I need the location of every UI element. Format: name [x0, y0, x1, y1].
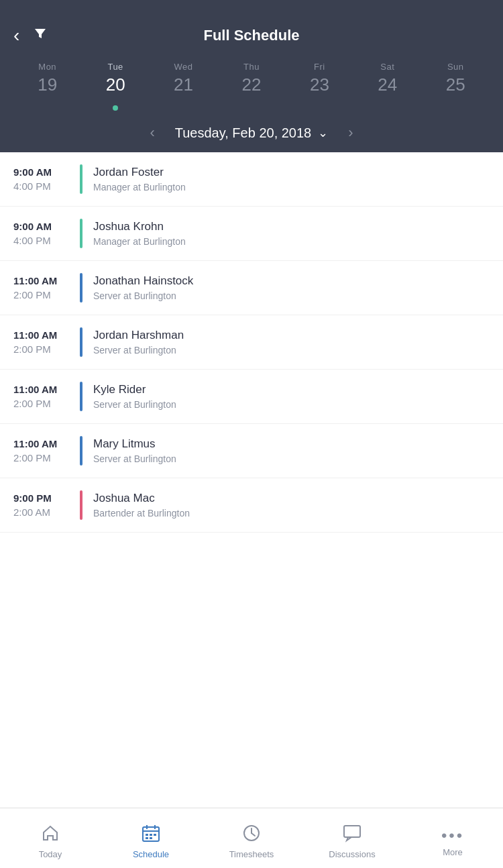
- person-name: Jonathan Hainstock: [93, 274, 193, 288]
- chat-icon: [342, 823, 362, 846]
- schedule-item[interactable]: 9:00 AM 4:00 PM Jordan Foster Manager at…: [0, 152, 503, 207]
- person-block: Jordan Harshman Server at Burlington: [93, 327, 184, 357]
- time-start: 11:00 AM: [13, 438, 77, 449]
- home-icon: [40, 823, 60, 846]
- person-name: Jordan Harshman: [93, 329, 184, 342]
- date-nav: ‹ Tuesday, Feb 20, 2018 ⌄ ›: [13, 115, 490, 152]
- shift-color-bar: [80, 382, 82, 411]
- bottom-nav: Today Schedule Tim: [0, 808, 503, 868]
- day-col-sun[interactable]: Sun 25: [422, 62, 490, 99]
- person-name: Jordan Foster: [93, 166, 186, 179]
- shift-color-bar: [80, 436, 82, 466]
- day-dot-row: [13, 99, 490, 115]
- nav-timesheets[interactable]: Timesheets: [201, 808, 302, 868]
- nav-schedule-label: Schedule: [133, 849, 169, 859]
- time-end: 4:00 PM: [13, 180, 77, 192]
- time-end: 2:00 PM: [13, 398, 77, 409]
- active-dot: [113, 105, 118, 111]
- person-name: Mary Litmus: [93, 437, 176, 451]
- more-icon: •••: [441, 825, 464, 844]
- time-block: 11:00 AM 2:00 PM: [13, 382, 77, 411]
- calendar-icon: [141, 823, 161, 846]
- time-end: 2:00 AM: [13, 506, 77, 518]
- person-block: Kyle Rider Server at Burlington: [93, 382, 176, 411]
- time-end: 2:00 PM: [13, 452, 77, 464]
- selected-date-label: Tuesday, Feb 20, 2018 ⌄: [175, 125, 328, 141]
- nav-schedule[interactable]: Schedule: [101, 808, 201, 868]
- nav-more[interactable]: ••• More: [402, 808, 503, 868]
- person-block: Jordan Foster Manager at Burlington: [93, 164, 186, 194]
- clock-icon: [241, 823, 262, 846]
- person-role: Bartender at Burlington: [93, 508, 190, 519]
- svg-line-11: [252, 833, 255, 836]
- person-block: Joshua Krohn Manager at Burlington: [93, 219, 186, 248]
- time-block: 9:00 PM 2:00 AM: [13, 490, 77, 520]
- person-role: Server at Burlington: [93, 453, 176, 464]
- back-button[interactable]: ‹: [13, 26, 19, 45]
- day-col-tue[interactable]: Tue 20: [81, 62, 149, 99]
- nav-discussions-label: Discussions: [329, 849, 375, 859]
- time-end: 2:00 PM: [13, 343, 77, 355]
- header-top: ‹ Full Schedule: [13, 27, 490, 55]
- shift-color-bar: [80, 273, 82, 303]
- header-controls: ‹: [13, 26, 48, 45]
- person-name: Joshua Krohn: [93, 220, 186, 233]
- svg-rect-8: [150, 837, 152, 839]
- person-role: Server at Burlington: [93, 290, 193, 301]
- time-block: 11:00 AM 2:00 PM: [13, 273, 77, 303]
- dot-cell-6: [422, 101, 490, 108]
- schedule-item[interactable]: 9:00 AM 4:00 PM Joshua Krohn Manager at …: [0, 207, 503, 261]
- svg-rect-7: [146, 837, 148, 839]
- svg-rect-5: [150, 834, 152, 836]
- time-block: 11:00 AM 2:00 PM: [13, 327, 77, 357]
- prev-date-button[interactable]: ‹: [143, 124, 161, 142]
- schedule-item[interactable]: 11:00 AM 2:00 PM Kyle Rider Server at Bu…: [0, 370, 503, 424]
- dot-cell-0: [13, 101, 81, 108]
- schedule-item[interactable]: 11:00 AM 2:00 PM Jonathan Hainstock Serv…: [0, 261, 503, 315]
- time-start: 9:00 PM: [13, 492, 77, 504]
- shift-color-bar: [80, 327, 82, 357]
- day-col-sat[interactable]: Sat 24: [353, 62, 421, 99]
- day-col-wed[interactable]: Wed 21: [150, 62, 217, 99]
- nav-more-label: More: [443, 847, 463, 857]
- person-block: Joshua Mac Bartender at Burlington: [93, 490, 190, 520]
- person-block: Jonathan Hainstock Server at Burlington: [93, 273, 193, 303]
- person-name: Kyle Rider: [93, 383, 176, 396]
- svg-rect-12: [344, 826, 360, 837]
- time-end: 4:00 PM: [13, 235, 77, 246]
- page-title: Full Schedule: [203, 27, 299, 44]
- time-end: 2:00 PM: [13, 289, 77, 301]
- day-col-mon[interactable]: Mon 19: [13, 62, 81, 99]
- person-role: Server at Burlington: [93, 399, 176, 410]
- schedule-item[interactable]: 9:00 PM 2:00 AM Joshua Mac Bartender at …: [0, 478, 503, 533]
- schedule-item[interactable]: 11:00 AM 2:00 PM Jordan Harshman Server …: [0, 315, 503, 370]
- shift-color-bar: [80, 164, 82, 194]
- svg-rect-4: [146, 834, 148, 836]
- dot-cell-3: [217, 101, 285, 108]
- day-col-thu[interactable]: Thu 22: [217, 62, 285, 99]
- person-role: Server at Burlington: [93, 345, 184, 356]
- time-block: 11:00 AM 2:00 PM: [13, 436, 77, 466]
- dot-cell-5: [353, 101, 421, 108]
- time-start: 11:00 AM: [13, 275, 77, 286]
- time-start: 11:00 AM: [13, 329, 77, 341]
- dot-cell-2: [150, 101, 217, 108]
- day-picker: Mon 19 Tue 20 Wed 21 Thu 22 Fri 23 Sat 2…: [13, 55, 490, 99]
- person-name: Joshua Mac: [93, 492, 190, 505]
- nav-timesheets-label: Timesheets: [229, 849, 274, 859]
- nav-discussions[interactable]: Discussions: [302, 808, 402, 868]
- time-block: 9:00 AM 4:00 PM: [13, 164, 77, 194]
- dot-cell-1: [81, 101, 149, 108]
- header: ‹ Full Schedule Mon 19 Tue 20 Wed 21 Thu…: [0, 0, 503, 152]
- time-start: 9:00 AM: [13, 166, 77, 178]
- dot-cell-4: [286, 101, 353, 108]
- next-date-button[interactable]: ›: [341, 124, 359, 142]
- nav-today[interactable]: Today: [0, 808, 101, 868]
- nav-today-label: Today: [39, 849, 62, 859]
- schedule-list: 9:00 AM 4:00 PM Jordan Foster Manager at…: [0, 152, 503, 533]
- filter-button[interactable]: [33, 26, 48, 45]
- day-col-fri[interactable]: Fri 23: [286, 62, 353, 99]
- person-role: Manager at Burlington: [93, 236, 186, 247]
- date-dropdown-icon[interactable]: ⌄: [318, 125, 328, 140]
- schedule-item[interactable]: 11:00 AM 2:00 PM Mary Litmus Server at B…: [0, 424, 503, 478]
